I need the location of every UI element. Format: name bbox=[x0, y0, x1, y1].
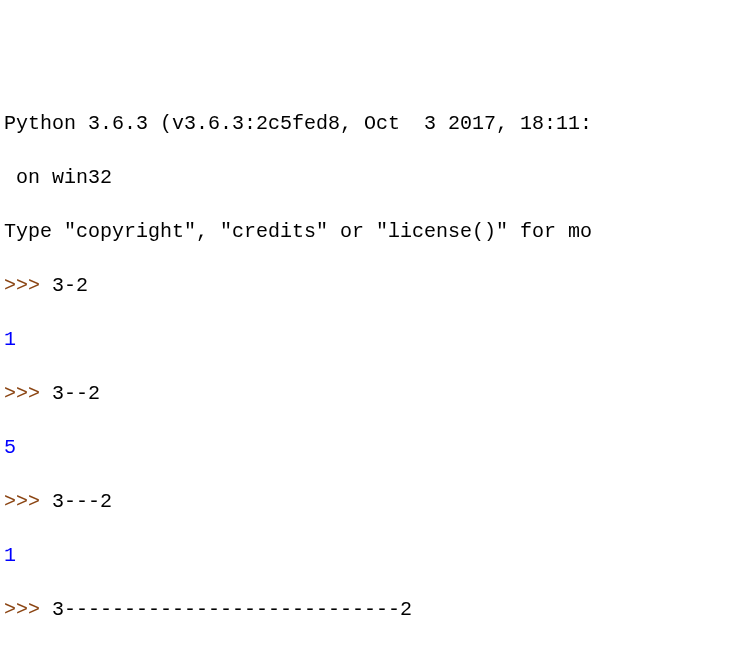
repl-line[interactable]: >>> 3-2 bbox=[4, 272, 726, 299]
repl-input: 3--2 bbox=[52, 382, 100, 405]
repl-prompt: >>> bbox=[4, 382, 52, 405]
repl-line[interactable]: >>> 3---2 bbox=[4, 488, 726, 515]
repl-input: 3----------------------------2 bbox=[52, 598, 412, 621]
repl-output: 1 bbox=[4, 542, 726, 569]
repl-output: 5 bbox=[4, 434, 726, 461]
repl-line[interactable]: >>> 3----------------------------2 bbox=[4, 596, 726, 623]
repl-input: 3-2 bbox=[52, 274, 88, 297]
repl-input: 3---2 bbox=[52, 490, 112, 513]
repl-prompt: >>> bbox=[4, 274, 52, 297]
repl-line[interactable]: >>> 3--2 bbox=[4, 380, 726, 407]
repl-prompt: >>> bbox=[4, 598, 52, 621]
python-header-line1: Python 3.6.3 (v3.6.3:2c5fed8, Oct 3 2017… bbox=[4, 110, 726, 137]
python-header-line2: on win32 bbox=[4, 164, 726, 191]
python-header-line3: Type "copyright", "credits" or "license(… bbox=[4, 218, 726, 245]
repl-output: 1 bbox=[4, 326, 726, 353]
repl-prompt: >>> bbox=[4, 490, 52, 513]
